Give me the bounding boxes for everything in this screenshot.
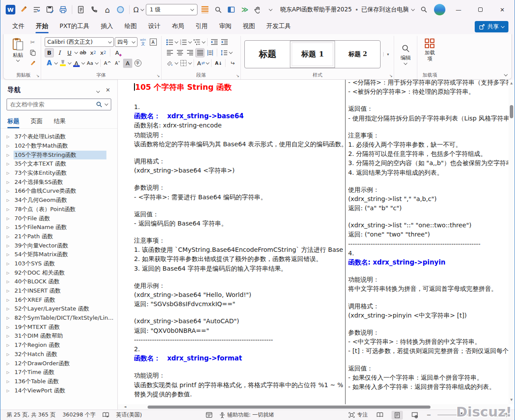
doc-line[interactable] [134,95,343,102]
nav-tab-headings[interactable]: 标题 [7,116,19,128]
nav-item[interactable]: ▷92个DOC 相关函数 [7,268,117,277]
macro-icon[interactable] [206,412,212,418]
change-case-chevron-icon[interactable] [95,60,99,64]
change-case-button[interactable]: Aa [85,59,95,68]
nav-item[interactable]: ▷17个Time 函数 [7,368,117,377]
doc-line[interactable]: 替换为提供的参数值. [134,390,343,399]
doc-line[interactable] [134,309,343,317]
doc-line[interactable]: 函数别名: xdrx-string-encode [134,121,343,130]
search-options-chevron-icon[interactable] [105,102,108,106]
doc-line[interactable] [348,320,508,328]
chevron-collapsed-icon[interactable]: ▷ [7,334,14,338]
doc-line[interactable]: (xdrx_string->list "," "a,b,c") [348,194,508,204]
doc-line[interactable] [348,177,508,185]
doc-line[interactable]: 该函数实现类似 printf 的字符串格式化，将格式字符串中的占位符 %1 ~ … [134,381,343,390]
horizontal-scroll-thumb[interactable] [148,406,430,409]
zoom-out-button[interactable]: − [427,412,431,418]
vertical-scrollbar[interactable]: ▲ ▼ [508,80,515,404]
chevron-collapsed-icon[interactable]: ▷ [7,298,14,302]
grow-font-button[interactable]: A^ [103,59,112,68]
chevron-collapsed-icon[interactable]: ▷ [7,325,14,329]
nav-item[interactable]: ▷39个向量Vector函数 [7,241,117,250]
doc-line[interactable]: - <字符串>: 需要进行 Base64 编码的字符串。 [134,193,343,202]
chevron-collapsed-icon[interactable]: ▷ [7,244,14,248]
doc-line[interactable]: - 返回编码后的 Base64 字符串。 [134,219,343,228]
cut-button[interactable]: ✂ [28,38,37,47]
doc-line[interactable]: 该函数将给定的字符串编码为其 Base64 表示形式，使用自定义的编码函数。 [134,140,343,149]
styles-dialog-launcher-icon[interactable]: ↘ [389,74,393,78]
line-spacing-chevron-icon[interactable] [229,50,233,53]
doc-line[interactable] [348,294,508,302]
ribbon-tab[interactable]: 绘图 [119,20,142,34]
hand-pan-icon[interactable] [252,4,263,15]
chevron-collapsed-icon[interactable]: ▷ [7,189,14,193]
doc-line[interactable]: ----------------------------------------… [134,335,343,345]
chevron-collapsed-icon[interactable]: ▷ [7,343,14,347]
distribute-text-button[interactable] [205,48,215,57]
chevron-collapsed-icon[interactable]: ▷ [7,370,14,374]
accessibility-status[interactable]: 辅助功能: 一切就绪 [219,411,274,419]
paragraph-dialog-launcher-icon[interactable]: ↘ [236,74,240,78]
paste-button[interactable]: 粘贴 [10,37,26,68]
doc-line[interactable]: 调用格式： [134,157,343,166]
subscript-button[interactable]: x2 [88,48,98,57]
share-button[interactable]: 共享 [475,21,508,32]
forward-arrows-icon[interactable]: ≫ [239,4,250,15]
shading-button[interactable] [165,59,174,68]
chevron-collapsed-icon[interactable]: ▷ [7,234,14,239]
copy-button[interactable] [28,48,37,57]
increase-indent-button[interactable] [220,38,229,47]
scroll-up-icon[interactable]: ▲ [508,81,515,85]
vertical-scroll-thumb[interactable] [510,105,513,118]
shading-chevron-icon[interactable] [175,60,178,64]
strikethrough-button[interactable]: ab [78,48,88,57]
underline-options-chevron-icon[interactable] [74,50,78,53]
wrap-text-icon[interactable] [31,4,42,15]
doc-line[interactable]: 功能说明： [348,275,508,284]
doc-line[interactable]: (xdrx_string->base64 <字符串>) [134,166,343,175]
doc-line[interactable]: 3. 分隔符之间的空内容（如 "a,,b"）也会被保留为空字符串。 [348,159,508,168]
ribbon-tab[interactable]: 插入 [95,20,119,34]
nav-item[interactable]: ▷35个文本TEXT 函数 [7,159,117,169]
chevron-collapsed-icon[interactable]: ▷ [7,180,14,184]
doc-line[interactable]: 3. 返回的 Base64 字符串是编码后的输入字符串结果。 [134,264,343,273]
minimize-button[interactable]: — [450,3,467,16]
numbered-list-button[interactable]: 123 [179,38,188,47]
symbol-omega-icon[interactable]: Ω [133,4,144,15]
nav-tab-results[interactable]: 结果 [54,116,66,128]
doc-line[interactable]: 将中文字符串转换为拼音，可返回首字母或完整拼音。 [348,284,508,293]
nav-item[interactable]: ▷136个Table 函数 [7,377,117,386]
chevron-collapsed-icon[interactable]: ▷ [7,207,14,212]
doc-line[interactable]: 使用示例： [134,281,343,290]
doc-line[interactable] [348,96,508,104]
doc-line[interactable]: 调用格式： [348,302,508,311]
format-painter-icon[interactable] [18,4,29,15]
bullet-chevron-icon[interactable] [175,39,178,43]
doc-line[interactable]: 函数名： xdrx_string->base64 [134,112,343,121]
highlight-color-button[interactable] [58,59,67,68]
style-gallery-scroll[interactable]: ▾ [383,52,392,56]
superscript-button[interactable]: x2 [99,48,108,57]
multilevel-list-button[interactable] [192,38,201,47]
ribbon-tab[interactable]: 开发工具 [261,20,296,34]
style-item[interactable]: 标题 1 [290,41,335,68]
nav-item[interactable]: ▷16个XREF 函数 [7,295,117,304]
doc-line[interactable] [348,356,508,364]
doc-line[interactable] [134,175,343,183]
doc-line[interactable]: 函数名: xdrx_string->pinyin [348,258,508,267]
word-count[interactable]: 360298 个字 [63,411,95,419]
doc-line[interactable] [348,213,508,221]
nav-tab-pages[interactable]: 页面 [31,116,42,128]
shrink-font-button[interactable]: A˅ [113,59,122,68]
ribbon-tab[interactable]: 设计 [142,20,166,34]
style-item[interactable]: 标题 2 [335,41,380,68]
document-title[interactable]: 晓东API函数帮助手册2025 • 已保存到这台电脑 [276,6,418,14]
record-icon[interactable] [115,4,126,15]
chevron-collapsed-icon[interactable]: ▷ [7,216,14,221]
nav-item[interactable]: ▷73个实体Entity函数 [7,169,117,178]
phone-icon[interactable] [88,4,100,15]
chevron-collapsed-icon[interactable]: ▷ [7,252,14,257]
chevron-collapsed-icon[interactable]: ▷ [7,361,14,366]
chevron-collapsed-icon[interactable]: ▷ [7,153,14,157]
nav-item[interactable]: ▷14个ViewPort 函数 [7,386,117,395]
